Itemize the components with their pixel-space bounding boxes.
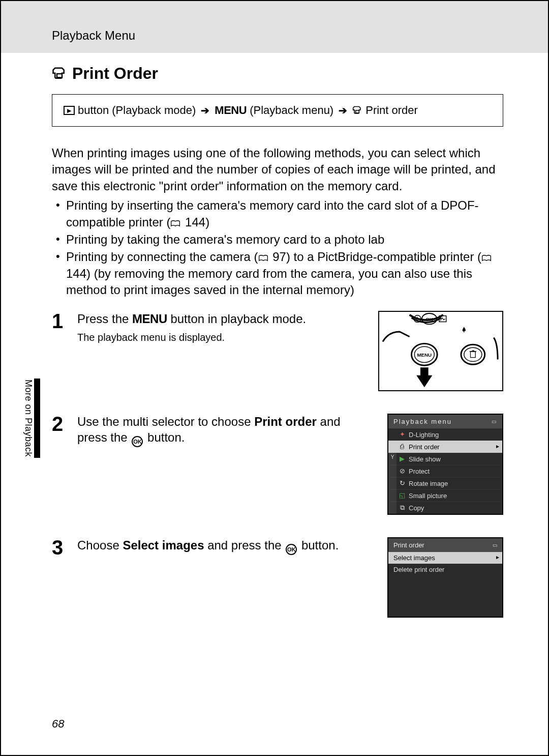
svg-text:MENU: MENU bbox=[417, 352, 432, 357]
step-3: 3 Choose Select images and press the OK … bbox=[52, 537, 503, 618]
svg-rect-0 bbox=[382, 313, 500, 388]
book-icon bbox=[258, 254, 268, 263]
bullet-item: Printing by connecting the camera ( 97) … bbox=[52, 249, 503, 298]
page-number: 68 bbox=[52, 717, 64, 731]
step-number: 1 bbox=[52, 311, 70, 391]
page-title: Print Order bbox=[52, 64, 503, 83]
menu-item-icon: ↻ bbox=[399, 480, 406, 487]
navigation-path-box: ▶ button (Playback mode) ➔ MENU (Playbac… bbox=[52, 94, 503, 127]
camera-illustration: OK MENU bbox=[378, 311, 503, 391]
side-tab-label: More on Playback bbox=[22, 379, 40, 458]
ok-icon: OK bbox=[132, 436, 143, 447]
battery-icon: ▭ bbox=[492, 419, 497, 424]
menu-item-icon: ⧉ bbox=[399, 504, 406, 511]
lcd-title: Print order bbox=[393, 541, 424, 549]
arrow-icon: ➔ bbox=[201, 104, 209, 117]
header-bar: Playback Menu bbox=[1, 1, 548, 53]
lcd-menu-item: Delete print order bbox=[388, 564, 502, 575]
book-icon bbox=[170, 220, 180, 228]
breadcrumb: Playback Menu bbox=[52, 28, 135, 42]
print-order-icon bbox=[352, 105, 362, 115]
step-heading: Choose Select images and press the OK bu… bbox=[77, 537, 371, 555]
menu-item-icon: ▶ bbox=[399, 455, 406, 462]
svg-text:OK: OK bbox=[425, 316, 433, 322]
lcd-menu-item: ⊘Protect bbox=[388, 465, 502, 477]
bullet-list: Printing by inserting the camera's memor… bbox=[52, 197, 503, 298]
step-number: 3 bbox=[52, 537, 70, 618]
nav-print-order: Print order bbox=[365, 104, 418, 117]
bullet-item: Printing by inserting the camera's memor… bbox=[52, 197, 503, 230]
battery-icon: ▭ bbox=[493, 542, 497, 548]
lcd-menu-item: ⧉Copy bbox=[388, 502, 502, 514]
step-subtext: The playback menu is displayed. bbox=[77, 332, 362, 343]
step-heading: Use the multi selector to choose Print o… bbox=[77, 414, 371, 447]
menu-item-icon: ◱ bbox=[399, 492, 406, 499]
lcd-menu-item: ⎙Print order bbox=[388, 441, 502, 453]
lcd-menu-item: ✦D-Lighting bbox=[388, 428, 502, 441]
lcd-menu-item: ◱Small picture bbox=[388, 489, 502, 502]
lcd-menu-item: Select images bbox=[388, 552, 502, 564]
menu-item-icon: ⊘ bbox=[399, 468, 406, 475]
ok-icon: OK bbox=[286, 544, 297, 555]
book-icon bbox=[481, 254, 492, 263]
menu-item-icon: ⎙ bbox=[399, 443, 406, 450]
menu-item-icon: ✦ bbox=[399, 431, 406, 438]
lcd-title: Playback menu bbox=[393, 418, 452, 425]
lcd-menu-item: ▶Slide show bbox=[388, 453, 502, 465]
nav-playback-menu: (Playback menu) bbox=[250, 104, 333, 117]
step-number: 2 bbox=[52, 414, 70, 515]
print-order-icon bbox=[52, 66, 67, 81]
nav-playback-mode: button (Playback mode) bbox=[78, 104, 196, 117]
lcd-menu-item: ↻Rotate image bbox=[388, 477, 502, 489]
lcd-playback-menu: Playback menu ▭ ▶ Y ✦D-Lighting⎙Print or… bbox=[387, 414, 503, 515]
step-2: 2 Use the multi selector to choose Print… bbox=[52, 414, 503, 515]
bullet-item: Printing by taking the camera's memory c… bbox=[52, 231, 503, 248]
menu-word: MENU bbox=[215, 104, 247, 117]
playback-icon: ▶ bbox=[64, 106, 75, 115]
intro-paragraph: When printing images using one of the fo… bbox=[52, 145, 503, 194]
arrow-icon: ➔ bbox=[339, 104, 347, 117]
lcd-print-order-menu: Print order ▭ Select imagesDelete print … bbox=[387, 537, 503, 618]
step-1: 1 Press the MENU button in playback mode… bbox=[52, 311, 503, 391]
step-heading: Press the MENU button in playback mode. bbox=[77, 311, 362, 327]
